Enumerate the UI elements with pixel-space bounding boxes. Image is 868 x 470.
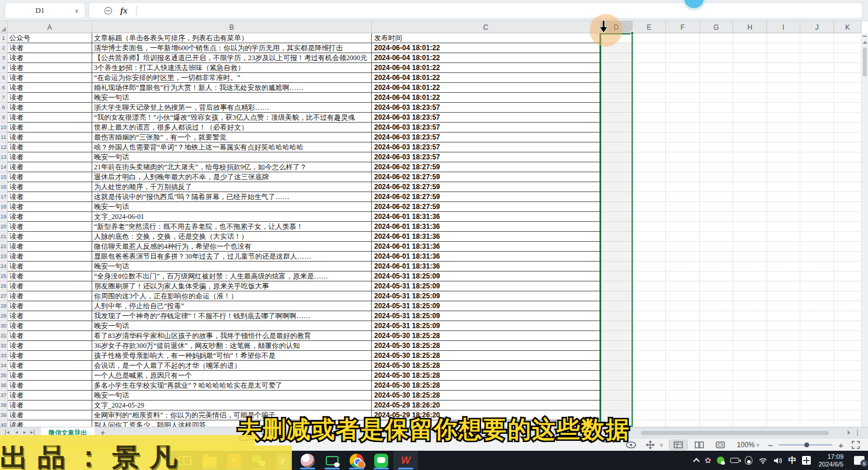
tray-clock[interactable]: 17:09 2024/6/5 xyxy=(818,453,843,468)
cell-empty[interactable] xyxy=(633,133,666,142)
cell-publish-time[interactable]: 2024-06-01 18:31:36 xyxy=(372,212,600,222)
cell-title[interactable]: 36岁女子存款300万“提前退休”，网友吵翻：这笔账，颠覆你的认知 xyxy=(92,341,372,351)
cell-empty[interactable] xyxy=(733,113,767,123)
cell-empty[interactable] xyxy=(666,212,700,222)
cell-empty[interactable] xyxy=(767,371,800,381)
cell-title[interactable]: 世界上最大的谎言，很多人都说过！（必看好文） xyxy=(92,123,372,133)
cell-publish-time[interactable]: 发布时间 xyxy=(372,33,600,43)
cell-empty[interactable] xyxy=(767,351,800,361)
cell-account[interactable]: 读者 xyxy=(8,410,92,420)
cell-empty[interactable] xyxy=(600,192,633,202)
cell-title[interactable]: “新型养老”突然流行：既不用去养老院，也不拖累子女，让人羡慕！ xyxy=(92,222,372,232)
cell-publish-time[interactable]: 2024-06-04 18:01:22 xyxy=(372,93,600,103)
cell-empty[interactable] xyxy=(800,93,834,103)
cell-empty[interactable] xyxy=(666,222,700,232)
cell-title[interactable]: 为人处世的顺序，千万别搞反了 xyxy=(92,182,372,192)
cell-empty[interactable] xyxy=(700,53,733,63)
cell-empty[interactable] xyxy=(600,361,633,371)
cell-empty[interactable] xyxy=(800,410,834,420)
cell-empty[interactable] xyxy=(666,351,700,361)
cell-empty[interactable] xyxy=(666,43,700,53)
cell-empty[interactable] xyxy=(600,232,633,242)
cell-empty[interactable] xyxy=(767,83,800,93)
cell-empty[interactable] xyxy=(633,311,666,321)
cell-empty[interactable] xyxy=(666,152,700,162)
cell-empty[interactable] xyxy=(767,361,800,371)
cell-empty[interactable] xyxy=(633,63,666,73)
cell-empty[interactable] xyxy=(600,63,633,73)
cell-empty[interactable] xyxy=(834,63,862,73)
cell-empty[interactable] xyxy=(633,152,666,162)
cell-account[interactable]: 读者 xyxy=(8,391,92,401)
cell-publish-time[interactable]: 2024-05-31 18:25:09 xyxy=(372,271,600,281)
chevron-down-icon[interactable]: ∨ xyxy=(660,442,664,448)
cell-empty[interactable] xyxy=(700,321,733,331)
cell-empty[interactable] xyxy=(733,182,767,192)
cell-empty[interactable] xyxy=(800,262,834,271)
cell-empty[interactable] xyxy=(600,113,633,123)
cell-empty[interactable] xyxy=(633,371,666,381)
cell-empty[interactable] xyxy=(666,232,700,242)
row-header[interactable]: 21 xyxy=(0,232,8,242)
cell-empty[interactable] xyxy=(800,63,834,73)
cell-title[interactable]: 看了83岁清华科学家和山区孩子的故事，我终于顿悟什么是最好的教育 xyxy=(92,331,372,341)
cell-empty[interactable] xyxy=(767,33,800,43)
cell-account[interactable]: 读者 xyxy=(8,103,92,113)
cell-empty[interactable] xyxy=(733,252,767,262)
row-header[interactable]: 17 xyxy=(0,192,8,202)
cell-empty[interactable] xyxy=(633,43,666,53)
cell-title[interactable]: 全网审判的“相亲资料”：你以为的完美情侣，可能是个骗子 xyxy=(92,410,372,420)
row-header[interactable]: 25 xyxy=(0,271,8,281)
cell-empty[interactable] xyxy=(666,381,700,391)
cell-empty[interactable] xyxy=(600,381,633,391)
zoom-level[interactable]: 100% xyxy=(737,441,755,449)
cell-empty[interactable] xyxy=(633,351,666,361)
cell-empty[interactable] xyxy=(633,222,666,232)
cell-empty[interactable] xyxy=(600,83,633,93)
cell-empty[interactable] xyxy=(800,301,834,311)
cell-empty[interactable] xyxy=(700,152,733,162)
cell-empty[interactable] xyxy=(834,202,862,212)
cell-account[interactable]: 读者 xyxy=(8,123,92,133)
cell-publish-time[interactable]: 2024-06-02 18:27:59 xyxy=(372,182,600,192)
next-sheet-button[interactable]: ▸ xyxy=(23,429,27,435)
cell-publish-time[interactable]: 2024-06-02 18:27:59 xyxy=(372,192,600,202)
cell-empty[interactable] xyxy=(834,351,862,361)
zoom-slider[interactable] xyxy=(779,444,832,445)
cell-empty[interactable] xyxy=(834,391,862,401)
cell-empty[interactable] xyxy=(600,93,633,103)
vertical-scrollbar[interactable] xyxy=(862,33,868,427)
column-header-F[interactable]: F xyxy=(666,21,700,33)
cell-publish-time[interactable]: 2024-05-30 18:25:28 xyxy=(372,331,600,341)
cell-empty[interactable] xyxy=(733,202,767,212)
cell-empty[interactable] xyxy=(633,381,666,391)
zoom-slider-knob[interactable] xyxy=(804,443,809,447)
row-header[interactable]: 40 xyxy=(0,420,8,427)
cell-title[interactable]: 孩子性格受母亲影响大，有一种妈妈最“可怕”！希望你不是 xyxy=(92,351,372,361)
column-header-D[interactable]: D xyxy=(600,21,633,33)
row-header[interactable]: 38 xyxy=(0,401,8,410)
cell-empty[interactable] xyxy=(767,222,800,232)
cell-empty[interactable] xyxy=(767,93,800,103)
cell-empty[interactable] xyxy=(800,192,834,202)
column-header-J[interactable]: J xyxy=(800,21,834,33)
cell-empty[interactable] xyxy=(834,381,862,391)
last-sheet-button[interactable]: ▸| xyxy=(30,429,36,435)
cell-title[interactable]: 【公共营养师】培训报名通道已开启，不限学历，23岁及以上可报！考过有机会领200… xyxy=(92,53,372,63)
scroll-up-arrow-icon[interactable] xyxy=(863,41,867,44)
zoom-in-button[interactable]: + xyxy=(838,440,843,450)
cell-empty[interactable] xyxy=(600,410,633,420)
cell-empty[interactable] xyxy=(834,53,862,63)
cell-publish-time[interactable]: 2024-06-02 18:27:59 xyxy=(372,162,600,172)
cell-empty[interactable] xyxy=(700,212,733,222)
cell-empty[interactable] xyxy=(666,281,700,291)
cell-title[interactable]: 最伤害婚姻的“三张脸”，有一个，就要警觉 xyxy=(92,133,372,142)
cell-empty[interactable] xyxy=(633,321,666,331)
cell-publish-time[interactable]: 2024-06-04 18:01:22 xyxy=(372,53,600,63)
cell-empty[interactable] xyxy=(800,291,834,301)
row-header[interactable]: 36 xyxy=(0,381,8,391)
cell-empty[interactable] xyxy=(767,212,800,222)
split-handle[interactable] xyxy=(863,36,867,37)
cell-empty[interactable] xyxy=(767,232,800,242)
cell-empty[interactable] xyxy=(834,281,862,291)
